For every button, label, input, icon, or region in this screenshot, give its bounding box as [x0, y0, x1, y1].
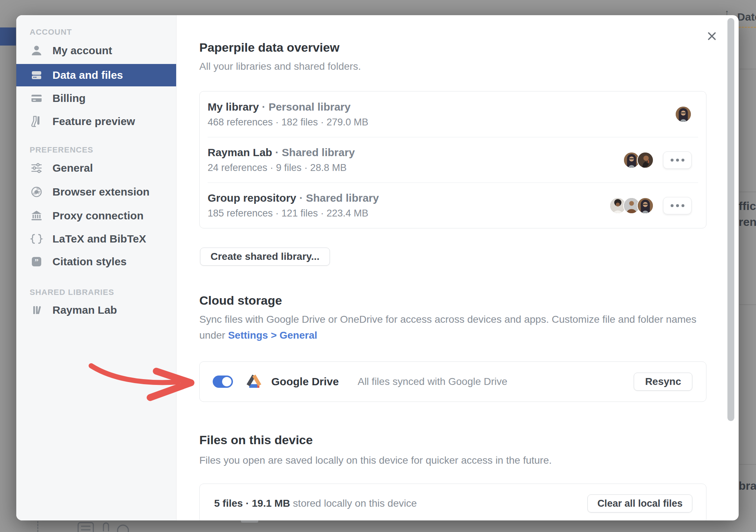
sidebar-section-shared-libraries: SHARED LIBRARIES [30, 288, 114, 297]
sidebar-item-billing[interactable]: Billing [16, 87, 176, 110]
library-menu-button[interactable] [663, 197, 692, 214]
credit-card-icon [29, 92, 44, 105]
drive-icon [29, 69, 44, 82]
local-files-summary-rest: stored locally on this device [290, 498, 417, 509]
settings-sidebar: ACCOUNT My account Data and files [16, 15, 177, 520]
background-row-line [739, 464, 756, 465]
background-dashed-line [739, 27, 756, 28]
avatar [637, 152, 654, 168]
library-stats: 185 references · 121 files · 223.4 MB [208, 208, 379, 219]
background-partial-text: bra [739, 479, 756, 493]
sidebar-item-citation-styles[interactable]: ” Citation styles [16, 250, 176, 273]
library-stats: 24 references · 9 files · 28.8 MB [208, 162, 355, 173]
sidebar-item-latex-bibtex[interactable]: LaTeX and BibTeX [16, 228, 176, 250]
quote-icon: ” [29, 255, 44, 268]
sidebar-item-rayman-lab[interactable]: Rayman Lab [16, 299, 176, 321]
screen: ↑ Date ffic ren bra ACCOUNT My account [0, 0, 756, 532]
books-icon [29, 304, 44, 317]
create-shared-library-button[interactable]: Create shared library... [200, 248, 330, 266]
sidebar-item-my-account[interactable]: My account [16, 39, 176, 62]
background-partial-text: ren [739, 215, 756, 229]
sidebar-item-label: Citation styles [52, 256, 127, 268]
page-subtitle: All your libraries and shared folders. [199, 61, 361, 72]
library-type: · Shared library [275, 146, 355, 158]
sidebar-item-label: Rayman Lab [52, 304, 117, 316]
page-title: Paperpile data overview [199, 40, 339, 55]
sidebar-section-preferences: PREFERENCES [30, 145, 93, 155]
background-nav-fragment [0, 27, 16, 46]
sidebar-item-label: LaTeX and BibTeX [52, 233, 146, 245]
google-drive-toggle[interactable] [213, 376, 233, 388]
clear-local-files-button[interactable]: Clear all local files [587, 494, 692, 512]
library-type: · Shared library [299, 192, 379, 204]
google-drive-card: Google Drive All files synced with Googl… [199, 361, 706, 402]
local-files-summary: 5 files · 19.1 MB stored locally on this… [214, 498, 417, 509]
background-toolbar-icons [72, 521, 145, 532]
google-drive-status: All files synced with Google Drive [358, 376, 507, 387]
svg-text:”: ” [35, 257, 39, 266]
background-partial-text: ffic [739, 200, 756, 213]
sidebar-item-label: Billing [52, 92, 86, 104]
sidebar-item-label: My account [52, 44, 112, 57]
sidebar-item-label: Data and files [52, 69, 123, 81]
library-menu-button[interactable] [663, 151, 692, 169]
close-icon [706, 31, 717, 42]
library-row-my-library: My library · Personal library 468 refere… [208, 91, 698, 137]
settings-general-link[interactable]: Settings > General [228, 330, 317, 341]
bank-icon [29, 209, 44, 222]
local-files-description: Files you open are saved locally on this… [199, 452, 713, 468]
sidebar-item-label: Feature preview [52, 115, 135, 128]
close-button[interactable] [704, 28, 720, 44]
library-row-group-repository: Group repository · Shared library 185 re… [208, 183, 698, 228]
flask-icon [29, 115, 44, 128]
library-name: Group repository [208, 192, 296, 204]
library-stats: 468 references · 182 files · 279.0 MB [208, 117, 368, 128]
dialog-main: Paperpile data overview All your librari… [176, 15, 739, 520]
library-row-rayman-lab: Rayman Lab · Shared library 24 reference… [208, 137, 698, 183]
google-drive-label: Google Drive [271, 376, 339, 388]
background-row-line [739, 69, 756, 69]
sliders-icon [29, 162, 44, 175]
sidebar-section-account: ACCOUNT [30, 27, 72, 37]
dialog-scrollbar[interactable] [727, 18, 734, 421]
libraries-card: My library · Personal library 468 refere… [199, 91, 706, 228]
library-type: · Personal library [262, 101, 351, 113]
background-row-line [739, 192, 756, 192]
sidebar-item-feature-preview[interactable]: Feature preview [16, 110, 176, 133]
avatar-group [610, 197, 654, 214]
sidebar-item-label: Proxy connection [52, 210, 144, 222]
resync-button[interactable]: Resync [634, 373, 692, 391]
avatar [675, 106, 692, 123]
braces-icon [29, 232, 44, 245]
avatar [637, 197, 654, 214]
local-files-summary-bold: 5 files · 19.1 MB [214, 498, 290, 509]
cloud-storage-heading: Cloud storage [199, 293, 282, 308]
background-row-line [739, 304, 756, 305]
background-dashed-divider [37, 521, 38, 532]
cloud-storage-description: Sync files with Google Drive or OneDrive… [199, 312, 713, 343]
library-name: Rayman Lab [208, 146, 272, 158]
library-name: My library [208, 101, 259, 113]
sidebar-item-label: Browser extension [52, 186, 149, 198]
avatar-group [675, 106, 692, 123]
google-drive-icon [245, 373, 263, 390]
settings-dialog: ACCOUNT My account Data and files [16, 15, 739, 520]
sidebar-item-proxy-connection[interactable]: Proxy connection [16, 205, 176, 227]
sidebar-item-general[interactable]: General [16, 157, 176, 179]
toggle-knob [222, 377, 232, 386]
background-date-column-header: Date [737, 11, 756, 25]
sidebar-item-label: General [52, 162, 93, 174]
person-icon [29, 44, 44, 57]
sidebar-item-browser-extension[interactable]: Browser extension [16, 181, 176, 203]
avatar-group [623, 152, 654, 168]
local-files-card: 5 files · 19.1 MB stored locally on this… [199, 484, 706, 520]
local-files-heading: Files on this device [199, 433, 313, 447]
chrome-icon [29, 185, 44, 198]
sidebar-item-data-and-files[interactable]: Data and files [16, 64, 176, 86]
